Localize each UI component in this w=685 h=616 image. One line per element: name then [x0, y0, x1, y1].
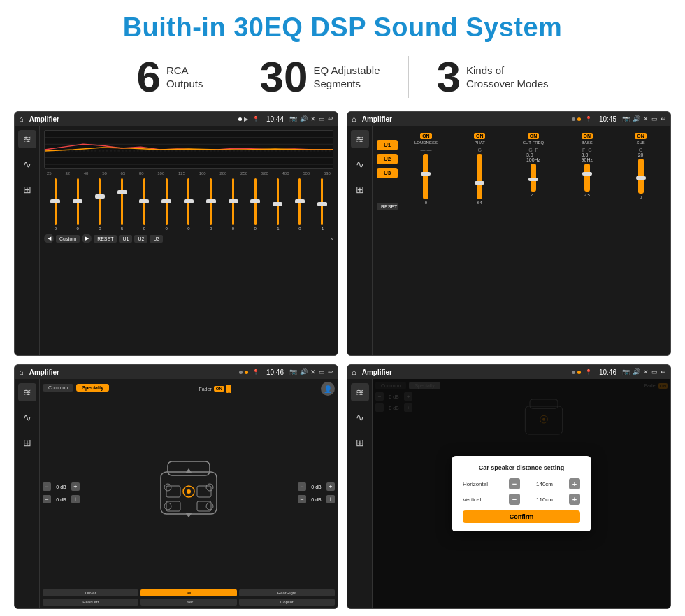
eq-slider-10[interactable]: 0 [245, 178, 266, 231]
tab-common[interactable]: Common [43, 384, 73, 392]
bass-slider[interactable] [584, 164, 590, 192]
db-val-4: 0 dB [308, 497, 325, 502]
u2-btn[interactable]: U2 [134, 235, 147, 243]
copilot-btn[interactable]: RearRight [239, 589, 335, 596]
u1-btn[interactable]: U1 [119, 235, 132, 243]
car-svg [147, 451, 231, 535]
loudness-controls: —— [420, 148, 431, 152]
reset-btn[interactable]: RESET [94, 235, 117, 243]
u2-btn-cross[interactable]: U2 [377, 154, 398, 164]
eq-slider-11[interactable]: -1 [268, 178, 288, 231]
eq-slider-3[interactable]: 0 [90, 178, 110, 231]
eq-graph [44, 130, 333, 169]
volume-icon-2: 🔊 [633, 115, 640, 122]
eq-slider-12[interactable]: 0 [289, 178, 310, 231]
phat-slider[interactable] [477, 154, 482, 199]
driver-btn[interactable]: Driver [43, 589, 138, 596]
status-dots-3 [239, 371, 248, 374]
cross-reset-btn[interactable]: RESET [377, 203, 398, 210]
eq-screen: ⌂ Amplifier ▶ 📍 10:44 📷 🔊 ✕ ▭ ↩ ≋ ∿ ⊞ [14, 111, 338, 356]
play-btn[interactable]: ▶ [82, 234, 92, 243]
eq-main-area: 25 32 40 50 63 80 100 125 160 200 250 32… [40, 126, 338, 355]
db-minus-4[interactable]: − [298, 495, 306, 503]
fader-controls: Fader ON [199, 385, 231, 393]
confirm-button[interactable]: Confirm [463, 510, 580, 523]
svg-point-16 [164, 503, 171, 510]
db-plus-1[interactable]: + [71, 482, 80, 491]
dot-5 [245, 371, 248, 374]
svg-marker-19 [185, 513, 192, 517]
rearright-btn[interactable]: Copilot [239, 599, 335, 606]
speaker-screen-title: Amplifier [29, 368, 236, 376]
sp-bottom-bar-2: RearLeft User Copilot [43, 599, 335, 606]
fader-on-btn[interactable]: ON [214, 386, 224, 392]
horizontal-plus[interactable]: + [569, 478, 580, 489]
db-plus-4[interactable]: + [326, 495, 335, 503]
db-minus-2[interactable]: − [43, 495, 51, 503]
eq-slider-5[interactable]: 0 [134, 178, 154, 231]
dot-7 [577, 371, 581, 374]
eq-icon-3[interactable]: ≋ [18, 383, 36, 401]
vertical-minus[interactable]: − [509, 494, 520, 505]
eq-slider-6[interactable]: 0 [157, 178, 177, 231]
eq-lbl-200: 200 [219, 171, 226, 176]
u1-btn-cross[interactable]: U1 [377, 140, 398, 150]
loudness-slider[interactable] [423, 154, 428, 199]
eq-lbl-630: 630 [324, 171, 331, 176]
eq-slider-9[interactable]: 0 [223, 178, 243, 231]
eq-slider-13[interactable]: -1 [312, 178, 332, 231]
speaker-icon-2[interactable]: ⊞ [351, 180, 369, 199]
eq-icon-2[interactable]: ≋ [351, 130, 369, 148]
home-icon-2: ⌂ [352, 115, 356, 123]
speaker-icon-4[interactable]: ⊞ [351, 434, 369, 452]
rearleft-btn[interactable]: RearLeft [43, 599, 138, 606]
eq-lbl-100: 100 [157, 171, 164, 176]
db-minus-1[interactable]: − [43, 482, 51, 491]
db-plus-2[interactable]: + [71, 495, 80, 503]
speaker-icon[interactable]: ⊞ [18, 180, 36, 199]
eq-label-row: 25 32 40 50 63 80 100 125 160 200 250 32… [44, 171, 333, 176]
speaker-top-row: Common Specialty Fader ON [43, 382, 335, 396]
db-minus-3[interactable]: − [298, 482, 306, 491]
eq-lbl-50: 50 [102, 171, 107, 176]
eq-slider-7[interactable]: 0 [179, 178, 199, 231]
eq-slider-1[interactable]: 0 [45, 178, 66, 231]
bass-on[interactable]: ON [582, 133, 593, 139]
custom-btn[interactable]: Custom [56, 235, 80, 243]
db-val-3: 0 dB [308, 485, 325, 489]
wave-icon-3[interactable]: ∿ [18, 408, 36, 427]
user-btn[interactable]: User [140, 599, 236, 606]
wave-icon-2[interactable]: ∿ [351, 155, 369, 173]
wave-icon-4[interactable]: ∿ [351, 408, 369, 427]
volume-icon-3: 🔊 [300, 368, 308, 375]
stat-number-crossover: 3 [437, 55, 461, 99]
u3-btn-cross[interactable]: U3 [377, 168, 398, 178]
horizontal-minus[interactable]: − [509, 478, 520, 489]
db-plus-3[interactable]: + [326, 482, 335, 491]
svg-marker-18 [185, 468, 192, 473]
stat-text-rca: RCA Outputs [166, 64, 203, 91]
profile-icon[interactable]: 👤 [321, 382, 335, 396]
window-icon-3: ▭ [319, 368, 325, 375]
prev-btn[interactable]: ◀ [44, 234, 54, 243]
phat-on[interactable]: ON [474, 133, 486, 139]
sub-on[interactable]: ON [635, 133, 647, 139]
eq-slider-8[interactable]: 0 [201, 178, 221, 231]
sub-slider[interactable] [638, 159, 644, 194]
eq-slider-2[interactable]: 0 [68, 178, 88, 231]
u3-btn[interactable]: U3 [150, 235, 163, 243]
camera-icon: 📷 [289, 115, 297, 122]
cutfreq-on[interactable]: ON [528, 133, 540, 139]
all-btn[interactable]: All [140, 589, 236, 596]
camera-icon-3: 📷 [289, 368, 297, 375]
speaker-icon-3[interactable]: ⊞ [18, 434, 36, 452]
eq-slider-4[interactable]: 5 [112, 178, 132, 231]
cutfreq-slider[interactable] [531, 164, 536, 192]
eq-bottom-bar: ◀ Custom ▶ RESET U1 U2 U3 » [44, 234, 333, 243]
wave-icon[interactable]: ∿ [18, 155, 36, 173]
eq-icon-4[interactable]: ≋ [351, 383, 369, 401]
eq-icon[interactable]: ≋ [18, 130, 36, 148]
loudness-on[interactable]: ON [420, 133, 432, 139]
tab-specialty[interactable]: Specialty [76, 384, 109, 392]
vertical-plus[interactable]: + [569, 494, 580, 505]
